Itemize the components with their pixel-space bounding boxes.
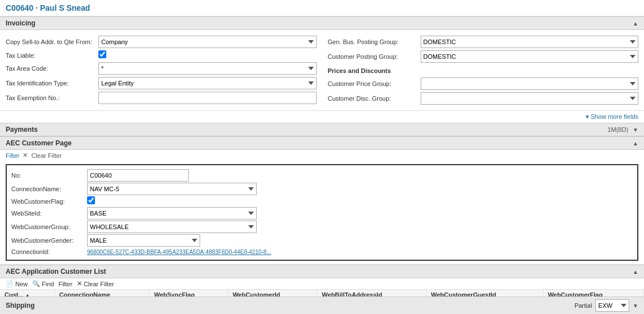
invoicing-right-col: Gen. Bus. Posting Group: DOMESTIC Custom… [328,35,639,106]
tax-area-code-select[interactable]: * [98,62,317,75]
payments-chevron-icon [633,126,638,133]
form-web-site-id-value: BASE [87,207,633,220]
show-more-fields[interactable]: ▾ Show more fields [0,111,644,123]
copy-sell-to-label: Copy Sell-to Addr. to Qte From: [6,38,96,45]
tax-id-type-value: Legal Entity [98,77,317,89]
show-more-icon: ▾ [586,113,589,121]
tax-id-type-select[interactable]: Legal Entity [98,77,317,89]
customer-disc-group-select[interactable] [421,92,639,105]
col-header-web-guest-id[interactable]: WebCustomerGuestId [426,290,543,296]
prices-discounts-label: Prices and Discounts [328,65,391,75]
customer-posting-label: Customer Posting Group: [328,53,418,60]
form-connection-id-link[interactable]: 96800C6E-527C-433D-BBFA-495A233EA5DA:488… [87,249,271,255]
form-connection-name-select[interactable]: NAV MC-5 [87,183,257,195]
field-gen-bus-posting: Gen. Bus. Posting Group: DOMESTIC [328,35,639,49]
page-container: C00640 · Paul S Snead Invoicing Copy Sel… [0,0,644,314]
customer-price-group-select[interactable] [421,78,639,90]
title-bar: C00640 · Paul S Snead [0,0,644,16]
payments-value: 1M(8D) [607,126,628,133]
form-web-customer-flag-label: WebCustomerFlag: [11,198,85,205]
show-more-label: Show more fields [591,113,638,120]
tax-area-code-label: Tax Area Code: [6,65,96,72]
form-field-web-customer-gender: WebCustomerGender: MALE [11,234,633,247]
aec-list-toolbar: 📄 New 🔍 Find Filter ✕ Clear Filter [0,278,644,290]
list-clear-filter-icon: ✕ [77,280,82,287]
form-connection-id-value: 96800C6E-527C-433D-BBFA-495A233EA5DA:488… [87,248,633,256]
form-field-no: No: [11,169,633,182]
aec-list-section-header[interactable]: AEC Application Customer List [0,265,644,278]
bottom-chevron-icon [633,302,638,309]
bottom-bar-right: Partial EXW [574,299,638,312]
customer-posting-value: DOMESTIC [421,50,639,63]
aec-list-section: 📄 New 🔍 Find Filter ✕ Clear Filter Cust.… [0,278,644,296]
col-header-web-customer-id[interactable]: WebCustomerId [228,290,317,296]
invoicing-label: Invoicing [6,19,36,27]
tax-exemption-input[interactable] [98,92,317,104]
copy-sell-to-value: Company [98,36,317,48]
form-field-connection-id: ConnectionId: 96800C6E-527C-433D-BBFA-49… [11,247,633,256]
new-button[interactable]: 📄 New [6,280,28,287]
field-customer-posting: Customer Posting Group: DOMESTIC [328,49,639,64]
payments-header-right: 1M(8D) [607,126,638,133]
form-web-customer-gender-value: MALE [87,234,633,247]
col-header-cust[interactable]: Cust... [0,290,54,296]
form-web-customer-group-select[interactable]: WHOLESALE [87,221,257,233]
form-field-web-customer-group: WebCustomerGroup: WHOLESALE [11,220,633,234]
invoicing-left-col: Copy Sell-to Addr. to Qte From: Company … [6,35,317,106]
aec-list-chevron-icon [633,268,638,276]
tax-id-type-label: Tax Identification Type: [6,80,96,87]
form-connection-id-label: ConnectionId: [11,248,85,255]
find-button[interactable]: 🔍 Find [32,280,54,287]
new-icon: 📄 [6,280,14,287]
tax-area-code-value: * [98,62,317,75]
form-no-input[interactable] [87,169,189,182]
aec-customer-page-header[interactable]: AEC Customer Page [0,136,644,150]
aec-table-wrapper: Cust... ConnectionName WebSyncFlag WebCu… [0,290,644,296]
bottom-bar: Shipping Partial EXW [0,296,644,314]
aec-customer-page-label: AEC Customer Page [6,139,72,147]
tax-liable-checkbox[interactable] [98,50,106,58]
aec-filter-bar: Filter ✕ Clear Filter [0,150,644,161]
customer-disc-group-label: Customer Disc. Group: [328,95,418,102]
gen-bus-posting-select[interactable]: DOMESTIC [421,36,639,48]
bottom-partial-label: Partial [574,302,592,309]
field-tax-id-type: Tax Identification Type: Legal Entity [6,76,317,91]
gen-bus-posting-label: Gen. Bus. Posting Group: [328,38,418,45]
form-web-site-id-select[interactable]: BASE [87,207,257,220]
list-filter-button[interactable]: Filter [58,281,72,287]
page-title: C00640 · Paul S Snead [6,3,90,12]
list-clear-filter-button[interactable]: ✕ Clear Filter [77,280,114,287]
aec-clear-filter-button[interactable]: Clear Filter [31,152,62,159]
col-header-web-sync-flag[interactable]: WebSyncFlag [149,290,228,296]
form-no-value [87,169,633,182]
invoicing-section-header[interactable]: Invoicing [0,16,644,30]
customer-posting-select[interactable]: DOMESTIC [421,50,639,63]
find-icon: 🔍 [32,280,40,287]
list-filter-label: Filter [58,281,72,287]
col-header-connection-name[interactable]: ConnectionName [54,290,149,296]
customer-price-group-label: Customer Price Group: [328,80,418,87]
tax-liable-label: Tax Liable: [6,52,96,59]
field-copy-sell-to: Copy Sell-to Addr. to Qte From: Company [6,35,317,49]
col-header-web-customer-flag[interactable]: WebCustomerFlag [543,290,643,296]
aec-filter-clear-icon: ✕ [23,152,28,159]
payments-section-header[interactable]: Payments 1M(8D) [0,123,644,136]
form-web-customer-flag-value [87,196,633,206]
form-field-web-site-id: WebSiteId: BASE [11,207,633,220]
form-web-customer-flag-checkbox[interactable] [87,196,95,204]
payments-label: Payments [6,126,38,134]
form-web-site-id-label: WebSiteId: [11,210,85,217]
form-connection-name-value: NAV MC-5 [87,183,633,195]
field-customer-price-group: Customer Price Group: [328,76,639,91]
find-label: Find [42,281,54,287]
aec-filter-button[interactable]: Filter [6,152,19,159]
bottom-exw-select[interactable]: EXW [595,299,629,312]
invoicing-grid: Copy Sell-to Addr. to Qte From: Company … [6,35,638,106]
field-tax-area-code: Tax Area Code: * [6,61,317,76]
aec-table-header: Cust... ConnectionName WebSyncFlag WebCu… [0,290,644,296]
col-header-web-bill-to[interactable]: WebBillToAddressId [317,290,426,296]
copy-sell-to-select[interactable]: Company [98,36,317,48]
form-web-customer-gender-select[interactable]: MALE [87,234,200,247]
tax-exemption-value [98,92,317,104]
form-connection-name-label: ConnectionName: [11,186,85,192]
